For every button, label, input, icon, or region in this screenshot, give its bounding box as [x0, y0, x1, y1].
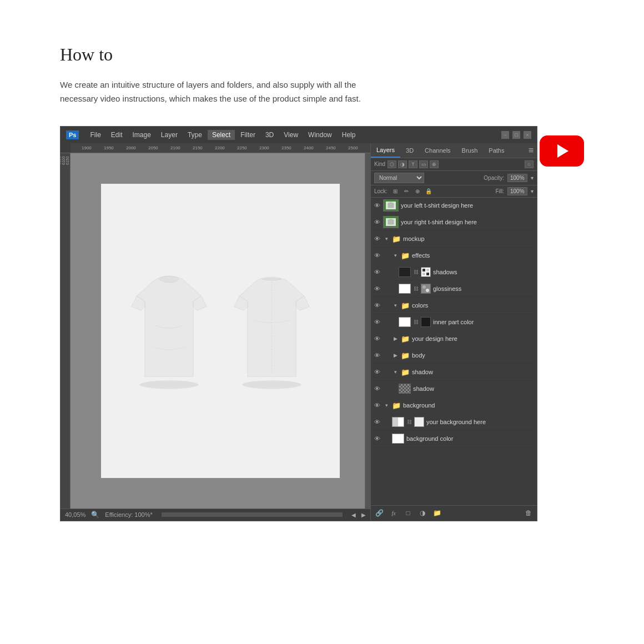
window-minimize[interactable]: − [501, 131, 509, 139]
ruler-num: 2500 [348, 145, 370, 150]
layer-eye-icon[interactable]: 👁 [373, 202, 381, 209]
layer-name: effects [412, 252, 535, 259]
expand-arrow-icon[interactable]: ▾ [383, 402, 390, 409]
layer-row[interactable]: 👁 your right t-shirt design here [371, 214, 537, 231]
layer-eye-icon[interactable]: 👁 [373, 435, 381, 442]
layer-row[interactable]: 👁 ▾ 📁 background [371, 398, 537, 414]
menu-layer[interactable]: Layer [157, 130, 182, 140]
blend-mode-select[interactable]: Normal [374, 173, 424, 183]
layer-row[interactable]: 👁 ⛓ shadows [371, 264, 537, 281]
layer-eye-icon[interactable]: 👁 [373, 368, 381, 376]
fill-arrow[interactable]: ▾ [531, 188, 534, 194]
filter-shape-icon[interactable]: ▭ [419, 160, 428, 168]
lock-paint-icon[interactable]: ✏ [402, 187, 411, 195]
layer-eye-icon[interactable]: 👁 [373, 385, 381, 393]
layer-eye-icon[interactable]: 👁 [373, 401, 381, 409]
next-frame-btn[interactable]: ▶ [361, 512, 366, 518]
layer-eye-icon[interactable]: 👁 [373, 318, 381, 326]
expand-arrow-icon[interactable]: ▾ [383, 235, 390, 242]
layer-row[interactable]: 👁 background color [371, 431, 537, 447]
window-close[interactable]: × [524, 131, 531, 139]
link-layers-icon[interactable]: 🔗 [374, 508, 384, 518]
layer-eye-icon[interactable]: 👁 [373, 235, 381, 243]
menu-3d[interactable]: 3D [261, 130, 278, 140]
layer-row[interactable]: 👁 ▾ 📁 colors [371, 298, 537, 314]
layer-eye-icon[interactable]: 👁 [373, 251, 381, 259]
ps-vscroll[interactable] [365, 153, 370, 509]
layer-row[interactable]: 👁 ⛓ glossiness [371, 281, 537, 298]
tab-channels[interactable]: Channels [419, 144, 456, 157]
filter-adjust-icon[interactable]: ◑ [398, 160, 407, 168]
layers-lock-row: Lock: ⊞ ✏ ⊕ 🔒 Fill: 100% ▾ [371, 185, 537, 198]
tab-layers[interactable]: Layers [371, 143, 400, 158]
expand-arrow-icon[interactable]: ▾ [392, 369, 399, 375]
expand-arrow-icon[interactable]: ▶ [392, 335, 399, 342]
fx-icon[interactable]: fx [389, 508, 399, 518]
expand-arrow-icon[interactable]: ▾ [392, 252, 399, 259]
layers-filter-row: Kind ⬡ ◑ T ▭ ⊕ ○ [371, 158, 537, 171]
layer-mask [414, 417, 424, 427]
menu-image[interactable]: Image [128, 130, 155, 140]
layer-row[interactable]: 👁 ▾ 📁 shadow [371, 364, 537, 381]
expand-arrow-icon[interactable]: ▶ [392, 352, 399, 359]
fill-value[interactable]: 100% [507, 187, 527, 195]
filter-toggle[interactable]: ○ [525, 160, 534, 168]
folder-icon: 📁 [401, 301, 410, 309]
ps-hscroll[interactable] [162, 512, 343, 517]
filter-kind-label: Kind [374, 161, 385, 167]
svg-point-1 [242, 380, 301, 389]
layer-row[interactable]: 👁 ▾ 📁 mockup [371, 231, 537, 248]
opacity-value[interactable]: 100% [507, 174, 527, 182]
menu-type[interactable]: Type [183, 130, 207, 140]
layer-eye-icon[interactable]: 👁 [373, 301, 381, 309]
svg-rect-4 [422, 273, 425, 275]
menu-view[interactable]: View [279, 130, 303, 140]
layer-row[interactable]: 👁 ⛓ your background here [371, 414, 537, 431]
lock-all-icon[interactable]: 🔒 [424, 187, 433, 195]
layer-row[interactable]: 👁 shadow [371, 381, 537, 398]
layer-eye-icon[interactable]: 👁 [373, 418, 381, 426]
layer-eye-icon[interactable]: 👁 [373, 218, 381, 226]
expand-arrow-icon[interactable]: ▾ [392, 302, 399, 309]
tab-paths[interactable]: Paths [483, 144, 510, 157]
layer-eye-icon[interactable]: 👁 [373, 335, 381, 343]
layer-row[interactable]: 👁 ▶ 📁 body [371, 348, 537, 364]
layer-name: inner part color [433, 319, 535, 325]
layer-row[interactable]: 👁 ▾ 📁 effects [371, 248, 537, 264]
lock-pixels-icon[interactable]: ⊞ [391, 187, 400, 195]
menu-help[interactable]: Help [338, 130, 360, 140]
add-mask-icon[interactable]: □ [403, 508, 413, 518]
filter-pixel-icon[interactable]: ⬡ [388, 160, 396, 168]
lock-position-icon[interactable]: ⊕ [413, 187, 422, 195]
layer-row[interactable]: 👁 ⛓ inner part color [371, 314, 537, 331]
ps-canvas [71, 153, 370, 509]
filter-type-icon[interactable]: T [409, 160, 417, 168]
layer-row[interactable]: 👁 ▶ 📁 your design here [371, 331, 537, 348]
ruler-vnum: 6100 [62, 156, 66, 184]
menu-edit[interactable]: Edit [107, 130, 127, 140]
tab-3d[interactable]: 3D [400, 144, 419, 157]
menu-window[interactable]: Window [304, 130, 336, 140]
tab-brush[interactable]: Brush [456, 144, 484, 157]
new-layer-icon[interactable]: 🗑 [524, 508, 534, 518]
ruler-num: 2450 [326, 145, 348, 150]
filter-smart-icon[interactable]: ⊕ [430, 160, 439, 168]
layers-panel-menu[interactable]: ≡ [525, 143, 537, 158]
efficiency-label: Efficiency: 100%* [105, 511, 152, 518]
youtube-play-button[interactable] [540, 135, 584, 167]
opacity-arrow[interactable]: ▾ [531, 175, 534, 181]
layer-row[interactable]: 👁 your left t-shirt design here [371, 198, 537, 214]
window-maximize[interactable]: □ [512, 131, 520, 139]
layer-eye-icon[interactable]: 👁 [373, 351, 381, 359]
layer-eye-icon[interactable]: 👁 [373, 285, 381, 293]
new-group-icon[interactable]: 📁 [432, 508, 442, 518]
ps-body: 1900 1950 2000 2050 2100 2150 2200 2250 … [61, 143, 537, 521]
menu-select[interactable]: Select [208, 130, 235, 140]
menu-file[interactable]: File [85, 130, 105, 140]
layer-eye-icon[interactable]: 👁 [373, 268, 381, 276]
prev-frame-btn[interactable]: ◀ [351, 512, 356, 518]
ruler-num: 2250 [237, 145, 259, 150]
new-adjustment-icon[interactable]: ◑ [417, 508, 427, 518]
menu-filter[interactable]: Filter [236, 130, 260, 140]
ruler-num: 2200 [215, 145, 237, 150]
